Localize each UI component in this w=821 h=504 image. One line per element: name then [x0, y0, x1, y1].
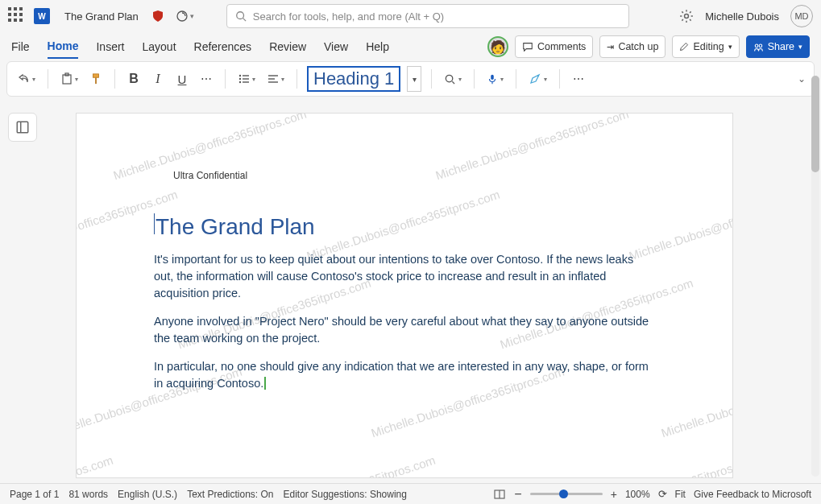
language-indicator[interactable]: English (U.S.) — [118, 489, 177, 500]
tab-references[interactable]: References — [194, 35, 252, 58]
share-button[interactable]: Share ▾ — [746, 35, 810, 58]
editor-button[interactable]: ▾ — [526, 67, 549, 91]
align-button[interactable]: ▾ — [264, 67, 287, 91]
editor-suggestions-status[interactable]: Editor Suggestions: Showing — [284, 489, 407, 500]
underline-button[interactable]: U — [173, 67, 191, 91]
document-paragraph[interactable]: In particular, no one should give any in… — [154, 358, 655, 392]
svg-point-12 — [239, 78, 241, 80]
svg-point-5 — [759, 44, 762, 48]
settings-gear-icon[interactable] — [679, 9, 694, 23]
tab-file[interactable]: File — [11, 35, 30, 58]
svg-rect-21 — [491, 75, 495, 80]
more-font-button[interactable]: ⋯ — [197, 67, 215, 91]
bullets-button[interactable]: ▾ — [235, 67, 258, 91]
svg-point-19 — [446, 75, 453, 81]
watermark: Michelle.Dubois@office365itpros.com — [241, 453, 437, 478]
page-indicator[interactable]: Page 1 of 1 — [10, 489, 59, 500]
editing-mode-button[interactable]: Editing ▾ — [672, 35, 739, 58]
document-title[interactable]: The Grand Plan — [64, 10, 139, 23]
app-launcher-icon[interactable] — [8, 7, 26, 25]
comment-icon — [522, 41, 533, 52]
svg-point-1 — [237, 12, 244, 19]
catch-up-button[interactable]: ⇥ Catch up — [599, 35, 666, 58]
chevron-down-icon: ▾ — [728, 43, 732, 51]
text-predictions-status[interactable]: Text Predictions: On — [187, 489, 273, 500]
zoom-slider[interactable] — [530, 493, 603, 495]
tab-help[interactable]: Help — [366, 35, 389, 58]
document-canvas[interactable]: Michelle.Dubois@office365itpros.com Mich… — [76, 113, 733, 478]
comments-button[interactable]: Comments — [515, 35, 593, 58]
word-count[interactable]: 81 words — [68, 489, 108, 500]
svg-point-10 — [239, 75, 241, 76]
document-paragraph[interactable]: It's important for us to keep quiet abou… — [154, 251, 655, 302]
scrollbar-thumb[interactable] — [811, 76, 819, 172]
svg-rect-23 — [17, 122, 28, 133]
italic-button[interactable]: I — [149, 67, 167, 91]
zoom-level[interactable]: 100% — [625, 489, 650, 500]
user-name[interactable]: Michelle Dubois — [705, 10, 779, 23]
more-commands-button[interactable]: ⋯ — [570, 67, 587, 91]
search-icon — [235, 10, 247, 22]
paste-button[interactable]: ▾ — [58, 67, 81, 91]
text-cursor — [264, 377, 266, 390]
svg-point-4 — [755, 44, 758, 48]
ribbon-tabs: File Home Insert Layout References Revie… — [0, 32, 821, 61]
autosave-icon[interactable]: ▾ — [176, 10, 194, 23]
style-picker[interactable]: Heading 1 — [307, 66, 400, 92]
classification-label: Ultra Confidential — [173, 170, 655, 181]
chevron-down-icon: ▾ — [798, 43, 802, 51]
fit-button[interactable]: Fit — [675, 489, 686, 500]
watermark: Michelle.Dubois@office365itpros.com — [563, 453, 733, 478]
reading-view-icon[interactable] — [493, 488, 506, 501]
tab-home[interactable]: Home — [48, 35, 79, 59]
status-bar: Page 1 of 1 81 words English (U.S.) Text… — [0, 483, 821, 504]
watermark: Michelle.Dubois@office365itpros.com — [76, 453, 114, 478]
format-painter-button[interactable] — [87, 67, 105, 91]
svg-rect-9 — [95, 77, 97, 84]
word-app-icon: W — [34, 8, 50, 24]
feedback-link[interactable]: Give Feedback to Microsoft — [694, 489, 811, 500]
user-avatar[interactable]: MD — [790, 5, 813, 27]
svg-rect-8 — [93, 74, 99, 77]
document-heading[interactable]: The Grand Plan — [154, 213, 655, 240]
svg-point-3 — [685, 14, 689, 19]
ribbon-toolbar: ▾ ▾ B I U ⋯ ▾ ▾ Heading 1 ▾ ▾ ▾ ▾ ⋯ ⌄ — [6, 61, 815, 97]
zoom-in-button[interactable]: + — [611, 488, 617, 501]
collapse-ribbon-button[interactable]: ⌄ — [798, 73, 806, 85]
document-paragraph[interactable]: Anyone involved in "Project Nero" should… — [154, 313, 655, 347]
fit-icon[interactable]: ⟳ — [658, 488, 667, 500]
svg-point-22 — [537, 75, 539, 76]
catchup-icon: ⇥ — [607, 42, 614, 52]
find-button[interactable]: ▾ — [442, 67, 464, 91]
search-input[interactable]: Search for tools, help, and more (Alt + … — [226, 4, 629, 28]
style-dropdown-button[interactable]: ▾ — [407, 66, 421, 92]
sensitivity-shield-icon[interactable] — [151, 10, 164, 23]
presence-avatar[interactable]: 🧑 — [487, 36, 508, 57]
dictate-button[interactable]: ▾ — [484, 67, 506, 91]
share-icon — [753, 42, 764, 52]
tab-review[interactable]: Review — [269, 35, 306, 58]
tab-insert[interactable]: Insert — [96, 35, 124, 58]
zoom-out-button[interactable]: − — [514, 487, 521, 502]
zoom-slider-thumb[interactable] — [559, 490, 568, 498]
bold-button[interactable]: B — [125, 67, 143, 91]
tab-layout[interactable]: Layout — [142, 35, 176, 58]
search-placeholder: Search for tools, help, and more (Alt + … — [253, 10, 444, 23]
document-body[interactable]: Ultra Confidential The Grand Plan It's i… — [77, 114, 732, 392]
vertical-scrollbar[interactable] — [811, 76, 819, 477]
tab-view[interactable]: View — [324, 35, 348, 58]
svg-line-2 — [243, 19, 246, 22]
svg-point-14 — [239, 81, 241, 83]
svg-line-20 — [453, 81, 455, 84]
pencil-icon — [679, 42, 689, 52]
navigation-pane-button[interactable] — [8, 113, 37, 142]
undo-button[interactable]: ▾ — [15, 67, 38, 91]
title-bar: W The Grand Plan ▾ Search for tools, hel… — [0, 0, 821, 32]
svg-rect-6 — [63, 75, 71, 84]
